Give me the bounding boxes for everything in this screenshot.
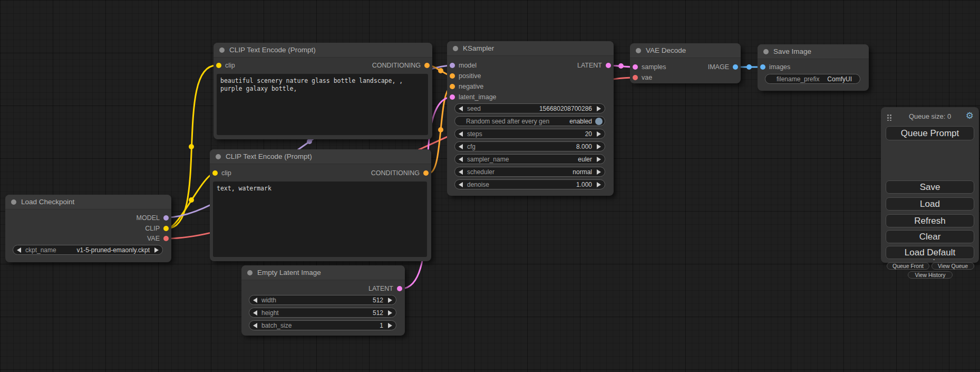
collapse-dot-icon[interactable]	[216, 154, 221, 159]
load-default-button[interactable]: Load Default	[886, 246, 974, 259]
widget-seed[interactable]: seed 156680208700286	[454, 103, 605, 113]
widget-batch-size[interactable]: batch_size 1	[249, 320, 396, 330]
collapse-dot-icon[interactable]	[247, 270, 253, 275]
vae-port-icon[interactable]	[163, 236, 169, 241]
node-clip-text-encode-positive[interactable]: CLIP Text Encode (Prompt) clip CONDITION…	[214, 43, 432, 139]
input-slot-samples[interactable]: samples	[633, 62, 666, 72]
refresh-button[interactable]: Refresh	[886, 214, 974, 227]
next-value-arrow-icon[interactable]	[597, 131, 601, 137]
widget-sampler-name[interactable]: sampler_name euler	[454, 154, 605, 164]
input-slot-clip[interactable]: clip	[216, 61, 235, 70]
clip-port-icon[interactable]	[212, 170, 218, 176]
node-save-image[interactable]: Save Image images filename_prefix ComfyU…	[758, 44, 869, 91]
next-value-arrow-icon[interactable]	[597, 144, 601, 149]
conditioning-port-icon[interactable]	[450, 84, 455, 89]
prev-value-arrow-icon[interactable]	[253, 323, 257, 328]
model-port-icon[interactable]	[163, 215, 169, 221]
prev-value-arrow-icon[interactable]	[459, 144, 463, 149]
collapse-dot-icon[interactable]	[453, 46, 458, 51]
image-port-icon[interactable]	[733, 64, 738, 70]
prev-value-arrow-icon[interactable]	[459, 157, 463, 162]
collapse-dot-icon[interactable]	[636, 48, 641, 53]
node-clip-text-encode-negative[interactable]: CLIP Text Encode (Prompt) clip CONDITION…	[210, 149, 431, 261]
view-history-button[interactable]: View History	[908, 271, 953, 279]
output-slot-model[interactable]: MODEL	[137, 213, 169, 223]
model-port-icon[interactable]	[450, 63, 455, 68]
next-value-arrow-icon[interactable]	[597, 182, 601, 187]
node-header[interactable]: CLIP Text Encode (Prompt)	[214, 43, 432, 58]
widget-ckpt-name[interactable]: ckpt_name v1-5-pruned-emaonly.ckpt	[13, 245, 163, 255]
next-value-arrow-icon[interactable]	[154, 247, 159, 253]
widget-scheduler[interactable]: scheduler normal	[454, 167, 605, 177]
input-slot-vae[interactable]: vae	[633, 73, 652, 82]
conditioning-port-icon[interactable]	[450, 73, 455, 79]
next-value-arrow-icon[interactable]	[388, 298, 392, 303]
latent-port-icon[interactable]	[397, 286, 402, 291]
prev-value-arrow-icon[interactable]	[253, 298, 257, 303]
node-vae-decode[interactable]: VAE Decode samples vae IMAGE	[630, 43, 741, 83]
conditioning-port-icon[interactable]	[423, 170, 429, 176]
prompt-textarea[interactable]: beautiful scenery nature glass bottle la…	[217, 74, 428, 135]
output-slot-vae[interactable]: VAE	[147, 234, 169, 243]
output-slot-conditioning[interactable]: CONDITIONING	[372, 61, 430, 70]
node-header[interactable]: Empty Latent Image	[241, 265, 405, 280]
collapse-dot-icon[interactable]	[763, 49, 769, 54]
collapse-dot-icon[interactable]	[219, 47, 225, 53]
node-header[interactable]: Save Image	[758, 44, 869, 59]
latent-port-icon[interactable]	[450, 94, 455, 100]
widget-height[interactable]: height 512	[249, 308, 396, 318]
node-header[interactable]: VAE Decode	[630, 43, 741, 58]
widget-random-seed[interactable]: Random seed after every gen enabled	[454, 116, 605, 126]
node-header[interactable]: CLIP Text Encode (Prompt)	[210, 149, 431, 164]
input-slot-latent-image[interactable]: latent_image	[450, 92, 497, 102]
prompt-textarea[interactable]: text, watermark	[213, 182, 427, 257]
widget-width[interactable]: width 512	[249, 295, 396, 305]
next-value-arrow-icon[interactable]	[597, 169, 601, 175]
settings-gear-icon[interactable]: ⚙	[966, 111, 974, 120]
output-slot-latent[interactable]: LATENT	[577, 61, 611, 70]
prev-value-arrow-icon[interactable]	[459, 169, 463, 175]
latent-port-icon[interactable]	[606, 63, 611, 68]
input-slot-images[interactable]: images	[760, 62, 790, 72]
prev-value-arrow-icon[interactable]	[459, 131, 463, 137]
next-value-arrow-icon[interactable]	[388, 323, 392, 328]
clip-port-icon[interactable]	[216, 63, 221, 68]
latent-port-icon[interactable]	[633, 64, 638, 70]
widget-filename-prefix[interactable]: filename_prefix ComfyUI	[765, 74, 860, 84]
prev-value-arrow-icon[interactable]	[253, 310, 257, 316]
widget-cfg[interactable]: cfg 8.000	[454, 141, 605, 151]
output-slot-conditioning[interactable]: CONDITIONING	[371, 168, 429, 178]
node-header[interactable]: KSampler	[447, 41, 614, 56]
prev-value-arrow-icon[interactable]	[459, 106, 463, 111]
clip-port-icon[interactable]	[163, 226, 169, 231]
output-slot-image[interactable]: IMAGE	[708, 62, 738, 72]
node-load-checkpoint[interactable]: Load Checkpoint MODEL CLIP VAE ckpt_name…	[5, 195, 171, 262]
input-slot-clip[interactable]: clip	[212, 168, 231, 178]
node-empty-latent-image[interactable]: Empty Latent Image LATENT width 512 heig…	[241, 265, 405, 336]
node-header[interactable]: Load Checkpoint	[5, 195, 171, 209]
clear-button[interactable]: Clear	[886, 230, 974, 243]
prev-value-arrow-icon[interactable]	[17, 247, 21, 253]
save-button[interactable]: Save	[886, 180, 974, 194]
input-slot-negative[interactable]: negative	[450, 82, 483, 91]
view-queue-button[interactable]: View Queue	[932, 262, 974, 270]
node-ksampler[interactable]: KSampler model positive negative latent_…	[447, 41, 614, 196]
image-port-icon[interactable]	[760, 64, 765, 70]
input-slot-positive[interactable]: positive	[450, 71, 481, 81]
load-button[interactable]: Load	[886, 197, 974, 211]
output-slot-latent[interactable]: LATENT	[368, 284, 402, 293]
toggle-on-icon[interactable]	[595, 118, 603, 125]
conditioning-port-icon[interactable]	[424, 63, 430, 68]
collapse-dot-icon[interactable]	[11, 199, 16, 205]
prev-value-arrow-icon[interactable]	[459, 182, 463, 187]
vae-port-icon[interactable]	[633, 75, 638, 80]
output-slot-clip[interactable]: CLIP	[145, 224, 169, 233]
next-value-arrow-icon[interactable]	[388, 310, 392, 316]
queue-front-button[interactable]: Queue Front	[887, 262, 929, 270]
queue-prompt-button[interactable]: Queue Prompt	[886, 126, 974, 140]
widget-steps[interactable]: steps 20	[454, 129, 605, 139]
next-value-arrow-icon[interactable]	[597, 157, 601, 162]
input-slot-model[interactable]: model	[450, 61, 477, 70]
widget-denoise[interactable]: denoise 1.000	[454, 179, 605, 189]
next-value-arrow-icon[interactable]	[597, 106, 601, 111]
